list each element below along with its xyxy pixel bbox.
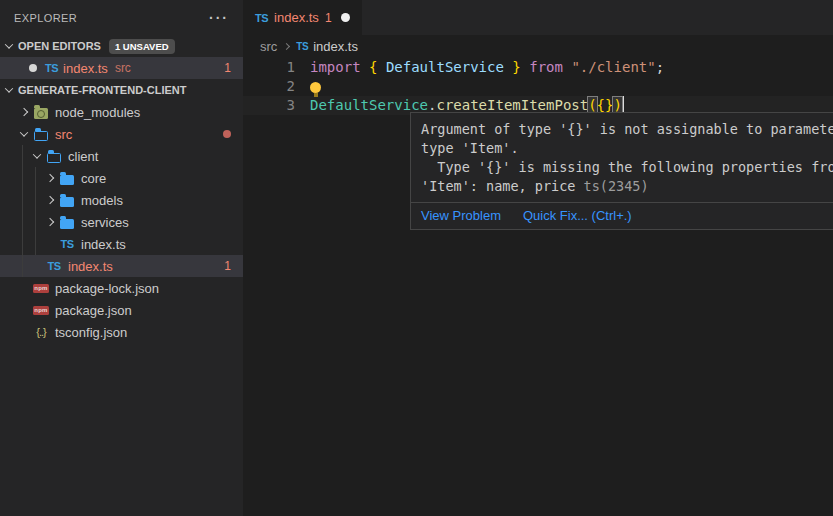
indent-guide <box>35 189 36 211</box>
unsaved-dot-icon[interactable] <box>341 13 350 22</box>
code-token <box>361 59 369 75</box>
lightbulb-icon[interactable] <box>310 82 321 93</box>
line-number: 2 <box>243 77 295 96</box>
tree-item-label: src <box>55 127 72 142</box>
workspace-section-header[interactable]: GENERATE-FRONTEND-CLIENT <box>0 79 243 101</box>
chevron-right-icon <box>42 175 58 181</box>
tab-error-count: 1 <box>325 11 332 25</box>
indent-guide <box>22 145 23 167</box>
breadcrumb-folder[interactable]: src <box>260 39 277 54</box>
workspace-label: GENERATE-FRONTEND-CLIENT <box>18 84 186 96</box>
quick-fix-link[interactable]: Quick Fix... (Ctrl+.) <box>523 208 632 223</box>
tab-index-ts[interactable]: TS index.ts 1 <box>243 0 362 35</box>
code-token: "./client" <box>571 59 655 75</box>
tree-item-label: models <box>81 193 123 208</box>
open-editor-item-index-ts[interactable]: TS index.ts src 1 <box>0 57 243 79</box>
chevron-down-icon <box>16 131 32 137</box>
error-code-ref: ts(2345) <box>584 178 649 194</box>
code-token: } <box>512 59 520 75</box>
indent-guide <box>22 211 23 233</box>
tree-item-label: index.ts <box>68 259 113 274</box>
indent-guide <box>22 167 23 189</box>
tree-item-node-modules[interactable]: node_modules <box>0 101 243 123</box>
tree-item-models[interactable]: models <box>0 189 243 211</box>
indent-guide <box>22 233 23 255</box>
folder-icon <box>58 194 76 207</box>
indent-guide <box>22 189 23 211</box>
tree-item-package-lock-json[interactable]: npmpackage-lock.json <box>0 277 243 299</box>
node-modules-folder-icon <box>32 105 50 119</box>
code-token: createItemItemPost <box>436 97 588 113</box>
tree-item-index-ts[interactable]: TSindex.ts1 <box>0 255 243 277</box>
folder-icon <box>58 216 76 229</box>
code-token: ) <box>613 97 621 113</box>
line-number: 3 <box>243 96 295 115</box>
chevron-down-icon <box>0 43 18 49</box>
tree-item-label: package.json <box>55 303 132 318</box>
typescript-file-icon: TS <box>45 260 63 272</box>
file-tree: node_modulessrcclientcoremodelsservicesT… <box>0 101 243 343</box>
error-message-line: Argument of type '{}' is not assignable … <box>421 120 833 139</box>
indent-guide <box>35 211 36 233</box>
tree-item-label: node_modules <box>55 105 140 120</box>
open-editor-file-name: index.ts <box>63 61 108 76</box>
error-count-badge: 1 <box>224 61 231 75</box>
tree-item-label: client <box>68 149 98 164</box>
chevron-down-icon <box>29 153 45 159</box>
open-editor-file-path: src <box>115 61 131 75</box>
tree-item-services[interactable]: services <box>0 211 243 233</box>
chevron-right-icon <box>16 109 32 115</box>
code-token: ; <box>656 59 664 75</box>
code-token <box>521 59 529 75</box>
chevron-right-icon <box>42 197 58 203</box>
code-token: from <box>529 59 563 75</box>
error-hover-tooltip: Argument of type '{}' is not assignable … <box>410 112 833 230</box>
tree-item-core[interactable]: core <box>0 167 243 189</box>
vscode-window: { "colors": { "error": "#f48771", "link"… <box>0 0 833 516</box>
code-line-1[interactable]: 1import { DefaultService } from "./clien… <box>243 58 833 77</box>
typescript-file-icon: TS <box>58 238 76 250</box>
code-token: ( <box>588 97 596 113</box>
tab-label: index.ts <box>274 10 319 25</box>
explorer-title: EXPLORER <box>14 12 209 24</box>
indent-guide <box>22 255 23 277</box>
unsaved-badge: 1 UNSAVED <box>109 39 175 54</box>
code-token: {} <box>597 97 614 113</box>
code-line-2[interactable]: 2 <box>243 77 833 96</box>
code-token <box>377 59 385 75</box>
text-cursor <box>622 96 624 113</box>
folder-icon <box>58 172 76 185</box>
json-file-icon: {..} <box>32 326 50 338</box>
error-count-badge: 1 <box>224 259 231 273</box>
tree-item-client[interactable]: client <box>0 145 243 167</box>
open-editors-label: OPEN EDITORS <box>18 40 101 52</box>
chevron-down-icon <box>0 87 18 93</box>
tree-item-package-json[interactable]: npmpackage.json <box>0 299 243 321</box>
npm-file-icon: npm <box>32 284 50 293</box>
tree-item-tsconfig-json[interactable]: {..}tsconfig.json <box>0 321 243 343</box>
open-editors-section-header[interactable]: OPEN EDITORS 1 UNSAVED <box>0 35 243 57</box>
error-message-line: Type '{}' is missing the following prope… <box>421 158 833 177</box>
code-token: DefaultService <box>310 97 428 113</box>
more-actions-icon[interactable]: ··· <box>209 10 229 26</box>
tree-item-index-ts[interactable]: TSindex.ts <box>0 233 243 255</box>
npm-file-icon: npm <box>32 306 50 315</box>
code-editor[interactable]: 1import { DefaultService } from "./clien… <box>243 57 833 115</box>
error-message: Argument of type '{}' is not assignable … <box>411 113 833 202</box>
hover-actions: View Problem Quick Fix... (Ctrl+.) <box>411 202 833 229</box>
chevron-right-icon <box>42 219 58 225</box>
typescript-file-icon: TS <box>296 41 308 52</box>
tree-item-src[interactable]: src <box>0 123 243 145</box>
typescript-file-icon: TS <box>45 62 58 74</box>
explorer-sidebar: EXPLORER ··· OPEN EDITORS 1 UNSAVED TS i… <box>0 0 243 516</box>
view-problem-link[interactable]: View Problem <box>421 208 501 223</box>
tree-item-label: index.ts <box>81 237 126 252</box>
editor-area: TS index.ts 1 src TS index.ts 1import { … <box>243 0 833 516</box>
code-text <box>310 77 321 96</box>
folder-open-icon <box>45 150 63 163</box>
error-dot-badge <box>223 130 231 138</box>
breadcrumb-file[interactable]: index.ts <box>313 39 358 54</box>
line-number: 1 <box>243 58 295 77</box>
indent-guide <box>35 233 36 255</box>
tab-bar: TS index.ts 1 <box>243 0 833 35</box>
